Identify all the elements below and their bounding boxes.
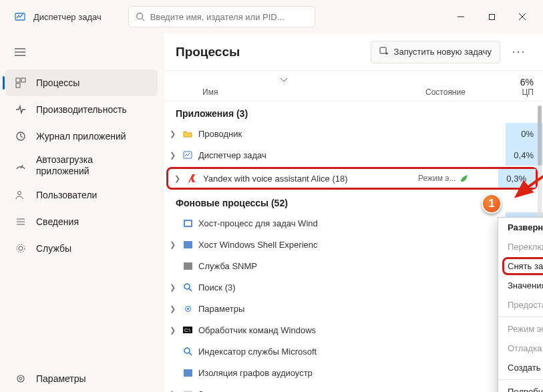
process-state: Режим э... [418, 174, 498, 183]
maximize-button[interactable] [476, 6, 507, 27]
ctx-debug: Отладка [498, 339, 543, 358]
annotation-badge-1: 1 [482, 194, 502, 214]
svg-point-34 [187, 308, 189, 310]
col-name[interactable]: Имя [190, 87, 425, 97]
chevron-right-icon[interactable]: ❯ [164, 151, 181, 160]
ctx-resource-values[interactable]: Значения ресурсов❯ [498, 276, 543, 295]
new-task-button[interactable]: Запустить новую задачу [371, 41, 500, 63]
chevron-right-icon[interactable]: ❯ [164, 240, 181, 249]
process-name: Поиск (3) [194, 282, 425, 292]
sidebar-item-settings[interactable]: Параметры [0, 365, 163, 392]
ctx-switch-to: Переключи [498, 237, 543, 256]
process-row[interactable]: Изоляция графов аудиоустр% [164, 362, 543, 383]
app-icon [181, 220, 194, 227]
process-row-highlighted[interactable]: ❯ Yandex with voice assistant Alice (18)… [166, 167, 538, 190]
scrollbar-thumb[interactable] [538, 106, 542, 166]
svg-rect-28 [185, 221, 191, 226]
sidebar-item-users[interactable]: Пользователи [0, 182, 163, 208]
search-box[interactable] [128, 6, 315, 27]
svg-rect-12 [16, 83, 20, 87]
sidebar-item-app-history[interactable]: Журнал приложений [0, 123, 163, 150]
svg-rect-29 [184, 241, 192, 248]
svg-rect-39 [184, 369, 192, 377]
ctx-details[interactable]: Подробно [498, 382, 543, 392]
sidebar-item-label: Производительность [36, 104, 127, 115]
chevron-right-icon[interactable]: ❯ [164, 326, 181, 335]
process-row[interactable]: ❯Поиск (3)% [164, 276, 543, 298]
play-plus-icon [379, 46, 389, 57]
column-headers[interactable]: Имя Состояние 6% ЦП [164, 71, 543, 102]
speed-icon [15, 160, 27, 172]
close-button[interactable] [507, 6, 538, 27]
sidebar-item-label: Сведения [36, 216, 79, 227]
svg-text:C:\: C:\ [184, 328, 190, 333]
process-row[interactable]: ❯ Диспетчер задач 0,4% [164, 144, 543, 166]
services-icon [15, 242, 27, 254]
process-name: Обработчик команд Windows [194, 325, 425, 335]
chevron-right-icon[interactable]: ❯ [164, 283, 181, 292]
folder-icon [181, 130, 194, 138]
svg-point-19 [19, 246, 23, 250]
process-row[interactable]: ❯Параметры% [164, 298, 543, 319]
list-icon [15, 216, 27, 228]
process-name: Yandex with voice assistant Alice (18) [199, 174, 418, 184]
process-row[interactable]: ❯Запустить..% [164, 383, 543, 392]
ctx-feedback: Предоставить отзыв [498, 295, 543, 315]
process-row[interactable]: Индексатор службы Microsoft% [164, 341, 543, 362]
search-input[interactable] [150, 12, 308, 22]
process-cpu: 0,3% [498, 169, 536, 188]
leaf-icon [460, 174, 468, 183]
sidebar-item-label: Журнал приложений [36, 131, 126, 142]
search-icon [136, 12, 145, 21]
process-name: Хост-процесс для задач Wind [194, 218, 425, 228]
ctx-end-task[interactable]: Снять задачу [498, 256, 543, 276]
app-icon [15, 11, 25, 22]
process-row[interactable]: ❯ Проводник 0% [164, 123, 543, 144]
app-icon [181, 241, 194, 248]
group-apps: Приложения (3) [164, 102, 543, 123]
process-name: Диспетчер задач [194, 150, 425, 160]
menu-toggle-button[interactable] [0, 39, 163, 65]
sidebar-item-services[interactable]: Службы [0, 235, 163, 262]
search-icon [181, 283, 194, 292]
sidebar-item-details[interactable]: Сведения [0, 208, 163, 235]
svg-rect-10 [16, 78, 20, 82]
svg-point-22 [19, 377, 22, 380]
history-icon [15, 130, 27, 142]
col-state[interactable]: Состояние [425, 87, 506, 97]
ctx-dump[interactable]: Создать файл дампа памяти [498, 358, 543, 377]
context-menu: Развернуть Переключи Снять задачу Значен… [498, 217, 543, 392]
svg-point-37 [184, 348, 190, 353]
svg-point-21 [17, 375, 24, 382]
sidebar-item-startup[interactable]: Автозагрузка приложений [0, 150, 163, 182]
search-icon [181, 347, 194, 356]
chevron-right-icon[interactable]: ❯ [168, 174, 186, 183]
sidebar-item-performance[interactable]: Производительность [0, 96, 163, 123]
col-cpu[interactable]: 6% ЦП [506, 77, 543, 97]
process-name: Индексатор службы Microsoft [194, 347, 425, 357]
window-title: Диспетчер задач [33, 12, 102, 22]
chevron-right-icon[interactable]: ❯ [164, 390, 181, 393]
process-name: Служба SNMP [194, 261, 425, 271]
chevron-right-icon[interactable]: ❯ [164, 305, 181, 313]
process-row[interactable]: ❯C:\Обработчик команд Windows% [164, 319, 543, 341]
chevron-right-icon[interactable]: ❯ [164, 130, 181, 138]
gear-icon [181, 305, 194, 313]
process-row[interactable]: Служба SNMP% [164, 255, 543, 276]
page-title: Процессы [176, 45, 240, 59]
svg-line-32 [189, 288, 192, 291]
more-button[interactable]: ··· [506, 41, 532, 63]
ctx-expand[interactable]: Развернуть [498, 218, 543, 237]
svg-point-1 [136, 13, 142, 19]
users-icon [15, 189, 27, 201]
process-row[interactable]: Хост-процесс для задач Wind% [164, 212, 543, 234]
sidebar-item-processes[interactable]: Процессы [5, 69, 158, 96]
grid-icon [15, 77, 27, 89]
app-icon [181, 369, 194, 377]
minimize-button[interactable] [445, 6, 476, 27]
sidebar-item-label: Параметры [36, 373, 86, 384]
sidebar-item-label: Пользователи [36, 190, 97, 200]
svg-line-2 [142, 19, 144, 21]
process-name: Проводник [194, 129, 425, 139]
process-row[interactable]: ❯Хост Windows Shell Experienc% [164, 234, 543, 255]
